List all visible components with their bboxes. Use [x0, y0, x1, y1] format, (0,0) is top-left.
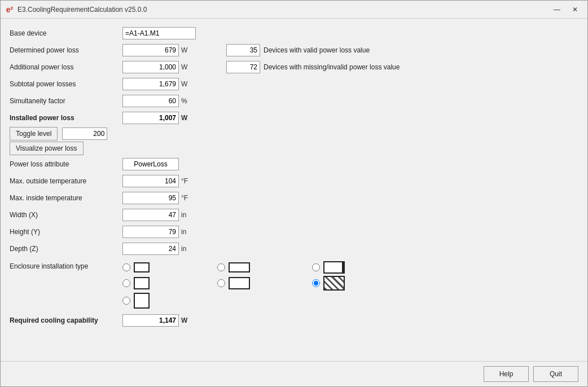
- enclosure-icon-4: [134, 277, 150, 289]
- determined-power-loss-label: Determined power loss: [10, 46, 122, 54]
- base-device-input[interactable]: [122, 27, 196, 39]
- power-loss-attr-input[interactable]: [122, 158, 179, 170]
- enclosure-icon-6: [323, 276, 345, 291]
- bottom-bar: Help Quit: [1, 361, 587, 386]
- height-row: Height (Y) in: [10, 224, 578, 240]
- determined-power-loss-unit: W: [181, 46, 192, 54]
- installed-power-loss-label: Installed power loss: [10, 114, 122, 122]
- subtotal-input[interactable]: [122, 78, 179, 90]
- depth-unit: in: [181, 245, 192, 253]
- enc-placeholder2: [312, 293, 402, 309]
- devices-missing-section: Devices with missing/invalid power loss …: [226, 61, 400, 73]
- max-outside-temp-row: Max. outside temperature °F: [10, 173, 578, 189]
- enclosure-radio-2[interactable]: [217, 263, 225, 271]
- enclosure-icon-7: [134, 293, 150, 309]
- enclosure-icon-2: [229, 262, 250, 272]
- enc-placeholder: [217, 293, 308, 309]
- devices-missing-input[interactable]: [226, 61, 260, 73]
- minimize-button[interactable]: —: [549, 4, 565, 15]
- simultaneity-input[interactable]: [122, 95, 179, 107]
- main-window: e² E3.CoolingRequirementCalculation v25.…: [0, 0, 588, 387]
- app-icon: e²: [5, 5, 14, 14]
- installed-power-loss-unit: W: [181, 114, 192, 122]
- simultaneity-label: Simultaneity factor: [10, 97, 122, 105]
- determined-power-loss-input[interactable]: [122, 44, 179, 56]
- base-device-row: Base device: [10, 25, 578, 41]
- enclosure-option-4: [122, 276, 213, 291]
- enclosure-radio-5[interactable]: [217, 279, 225, 287]
- additional-power-loss-label: Additional power loss: [10, 63, 122, 71]
- enclosure-radio-7[interactable]: [122, 297, 130, 305]
- devices-valid-input[interactable]: [226, 44, 260, 56]
- depth-input[interactable]: [122, 243, 179, 255]
- height-unit: in: [181, 228, 192, 236]
- visualize-power-loss-button[interactable]: Visualize power loss: [10, 142, 84, 155]
- enclosure-label: Enclosure installation type: [10, 260, 122, 270]
- enclosure-option-1: [122, 261, 213, 274]
- enclosure-option-2: [217, 261, 308, 274]
- enclosure-option-7: [122, 293, 213, 309]
- base-device-label: Base device: [10, 29, 122, 37]
- enclosure-option-5: [217, 276, 308, 291]
- installed-power-loss-input[interactable]: [122, 112, 179, 124]
- required-cooling-row: Required cooling capability W: [10, 314, 578, 327]
- max-inside-temp-row: Max. inside temperature °F: [10, 190, 578, 206]
- additional-power-loss-input[interactable]: [122, 61, 179, 73]
- enclosure-icon-1: [134, 262, 150, 272]
- toggle-level-input[interactable]: [62, 127, 107, 140]
- window-controls: — ✕: [549, 4, 583, 15]
- help-button[interactable]: Help: [484, 366, 529, 382]
- enclosure-radio-6[interactable]: [312, 279, 320, 287]
- enclosure-radio-4[interactable]: [122, 279, 130, 287]
- toggle-visualize-row: Toggle level: [10, 127, 578, 140]
- simultaneity-row: Simultaneity factor %: [10, 93, 578, 109]
- installed-power-loss-row: Installed power loss W: [10, 110, 578, 126]
- height-input[interactable]: [122, 226, 179, 238]
- enclosure-radio-3[interactable]: [312, 263, 320, 271]
- max-inside-temp-unit: °F: [181, 194, 192, 202]
- enclosure-radio-1[interactable]: [122, 263, 130, 271]
- max-outside-temp-input[interactable]: [122, 175, 179, 187]
- width-input[interactable]: [122, 209, 179, 221]
- required-cooling-input[interactable]: [122, 314, 179, 327]
- form-content: Base device Determined power loss W Devi…: [1, 19, 587, 361]
- subtotal-row: Subtotal power losses W: [10, 76, 578, 92]
- enclosure-row: Enclosure installation type: [10, 260, 578, 309]
- max-inside-temp-label: Max. inside temperature: [10, 194, 122, 202]
- depth-label: Depth (Z): [10, 245, 122, 253]
- close-button[interactable]: ✕: [567, 4, 583, 15]
- enclosure-icon-5: [229, 277, 250, 289]
- titlebar: e² E3.CoolingRequirementCalculation v25.…: [1, 1, 587, 19]
- enclosure-icon-3: [323, 261, 345, 274]
- depth-row: Depth (Z) in: [10, 241, 578, 257]
- power-loss-attr-label: Power loss attribute: [10, 160, 122, 168]
- devices-valid-section: Devices with valid power loss value: [226, 44, 370, 56]
- determined-power-loss-row: Determined power loss W Devices with val…: [10, 42, 578, 58]
- subtotal-unit: W: [181, 80, 192, 88]
- max-outside-temp-label: Max. outside temperature: [10, 177, 122, 185]
- required-cooling-label: Required cooling capability: [10, 316, 122, 324]
- devices-missing-label: Devices with missing/invalid power loss …: [264, 63, 400, 71]
- quit-button[interactable]: Quit: [533, 366, 578, 382]
- subtotal-label: Subtotal power losses: [10, 80, 122, 88]
- width-label: Width (X): [10, 211, 122, 219]
- width-row: Width (X) in: [10, 207, 578, 223]
- toggle-level-button[interactable]: Toggle level: [10, 127, 58, 140]
- required-cooling-unit: W: [181, 316, 192, 324]
- width-unit: in: [181, 211, 192, 219]
- devices-valid-label: Devices with valid power loss value: [264, 46, 370, 54]
- enclosure-option-6: [312, 276, 402, 291]
- height-label: Height (Y): [10, 228, 122, 236]
- power-loss-attr-row: Power loss attribute: [10, 156, 578, 172]
- simultaneity-unit: %: [181, 97, 192, 105]
- additional-power-loss-unit: W: [181, 63, 192, 71]
- enclosure-option-3: [312, 261, 402, 274]
- additional-power-loss-row: Additional power loss W Devices with mis…: [10, 59, 578, 75]
- visualize-row: Visualize power loss: [10, 142, 578, 155]
- window-title: E3.CoolingRequirementCalculation v25.0.0: [17, 6, 549, 14]
- enclosure-options: [122, 261, 402, 309]
- max-outside-temp-unit: °F: [181, 177, 192, 185]
- max-inside-temp-input[interactable]: [122, 192, 179, 204]
